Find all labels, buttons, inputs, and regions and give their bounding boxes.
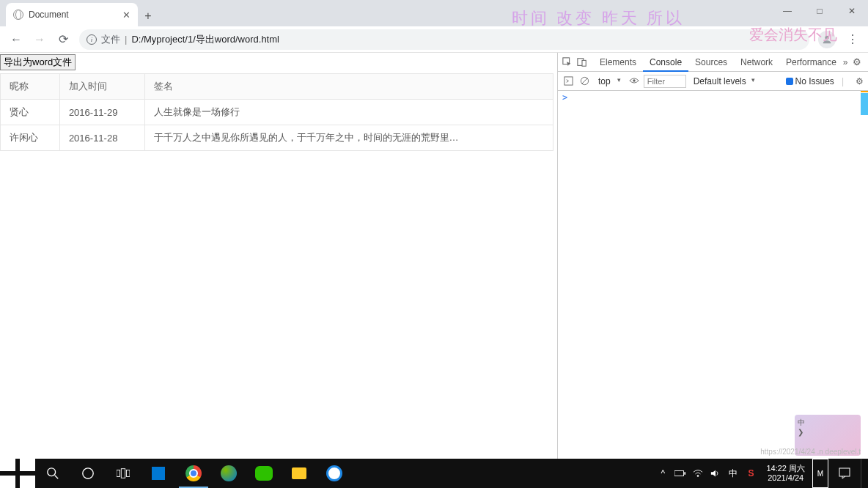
url-path: D:/Myproject/1/导出word/word.html — [131, 33, 279, 46]
tray-battery-icon[interactable] — [672, 459, 688, 488]
svg-rect-18 — [674, 470, 683, 476]
tray-chevron[interactable]: ^ — [655, 459, 671, 488]
folder-icon — [292, 467, 306, 479]
cortana-button[interactable] — [70, 459, 106, 488]
svg-rect-21 — [839, 468, 850, 476]
cell: 2016-11-29 — [59, 100, 144, 125]
tab-elements[interactable]: Elements — [593, 53, 643, 72]
start-button[interactable] — [0, 459, 35, 488]
cell: 2016-11-28 — [59, 125, 144, 151]
windows-icon — [0, 456, 35, 488]
data-table: 昵称 加入时间 签名 贤心 2016-11-29 人生就像是一场修行 许闲心 2… — [0, 73, 553, 151]
console-gutter — [861, 91, 868, 459]
taskview-button[interactable] — [106, 459, 141, 488]
wechat-icon — [255, 466, 273, 481]
issues-button[interactable]: No Issues — [786, 76, 834, 86]
tab-console[interactable]: Console — [643, 53, 688, 72]
back-button[interactable]: ← — [6, 29, 26, 50]
svg-rect-16 — [121, 469, 125, 478]
clear-console-icon[interactable] — [578, 75, 590, 87]
log-levels-dropdown[interactable]: Default levels — [691, 76, 755, 86]
search-button[interactable] — [35, 459, 70, 488]
tab-network[interactable]: Network — [734, 53, 779, 72]
devtools-panel: Elements Console Sources Network Perform… — [557, 53, 868, 459]
cell: 于千万人之中遇见你所遇见的人，于千万年之中，时间的无涯的荒野里… — [144, 125, 553, 151]
svg-rect-10 — [0, 476, 15, 488]
tray-input-icon[interactable]: M — [812, 459, 828, 488]
taskbar: ^ 中 S 14:22 周六 2021/4/24 M — [0, 459, 868, 488]
clock-time: 14:22 — [766, 464, 787, 473]
globe-icon — [13, 10, 23, 20]
cell: 许闲心 — [1, 125, 60, 151]
browser-tab[interactable]: Document ✕ — [6, 3, 138, 26]
tab-performance[interactable]: Performance — [779, 53, 843, 72]
svg-rect-8 — [0, 456, 15, 471]
issues-label: No Issues — [795, 76, 834, 86]
close-tab-icon[interactable]: ✕ — [122, 10, 130, 21]
svg-point-0 — [825, 35, 828, 39]
profile-button[interactable] — [818, 31, 836, 48]
live-expression-icon[interactable] — [629, 76, 639, 86]
browser-menu-button[interactable]: ⋮ — [842, 29, 862, 50]
close-window-button[interactable]: ✕ — [836, 0, 868, 22]
toggle-sidebar-icon[interactable] — [562, 75, 574, 87]
svg-rect-19 — [685, 472, 686, 475]
tray-wifi-icon[interactable] — [690, 459, 706, 488]
taskbar-edge[interactable] — [211, 459, 246, 488]
svg-rect-9 — [20, 456, 35, 471]
svg-line-6 — [581, 78, 586, 84]
console-prompt: > — [562, 92, 567, 103]
minimize-button[interactable]: — — [771, 0, 803, 22]
taskbar-360[interactable] — [317, 459, 352, 488]
cell: 贤心 — [1, 100, 60, 125]
tray-sogou-icon[interactable]: S — [743, 459, 759, 488]
search-icon — [46, 467, 59, 480]
inspect-element-icon[interactable] — [561, 56, 574, 69]
tray-ime[interactable]: 中 — [725, 459, 741, 488]
url-field[interactable]: i 文件 | D:/Myproject/1/导出word/word.html — [79, 29, 809, 50]
url-scheme: 文件 — [101, 33, 120, 46]
edge-icon — [221, 465, 237, 481]
info-icon[interactable]: i — [87, 34, 97, 45]
tab-sources[interactable]: Sources — [688, 53, 734, 72]
issue-icon — [786, 78, 793, 85]
table-row: 许闲心 2016-11-28 于千万人之中遇见你所遇见的人，于千万年之中，时间的… — [1, 125, 553, 151]
taskbar-clock[interactable]: 14:22 周六 2021/4/24 — [760, 464, 811, 483]
svg-point-7 — [633, 79, 636, 82]
watermark-url: https://2021/4/24 .n deeplevel.t — [760, 448, 861, 456]
taskbar-wechat[interactable] — [246, 459, 282, 488]
col-jointime: 加入时间 — [59, 74, 144, 100]
taskbar-app[interactable] — [141, 459, 176, 488]
tray-volume-icon[interactable] — [707, 459, 724, 488]
devtools-tabbar: Elements Console Sources Network Perform… — [558, 53, 868, 72]
devtools-menu-icon[interactable]: ⋮ — [866, 57, 869, 67]
taskbar-explorer[interactable] — [282, 459, 317, 488]
notification-icon — [839, 467, 850, 479]
context-selector[interactable]: top — [595, 75, 625, 87]
tab-bar: Document ✕ + — □ ✕ — [0, 0, 868, 26]
show-desktop-button[interactable] — [861, 459, 865, 488]
maximize-button[interactable]: □ — [803, 0, 836, 22]
console-filter-input[interactable] — [644, 75, 686, 88]
taskbar-chrome[interactable] — [176, 459, 211, 488]
cell: 人生就像是一场修行 — [144, 100, 553, 125]
page-content: 导出为word文件 昵称 加入时间 签名 贤心 2016-11-29 人生就像是… — [0, 53, 557, 459]
devtools-settings-icon[interactable]: ⚙ — [853, 56, 861, 67]
col-signature: 签名 — [144, 74, 553, 100]
url-separator: | — [125, 34, 127, 45]
col-nickname: 昵称 — [1, 74, 60, 100]
export-word-button[interactable]: 导出为word文件 — [0, 54, 76, 70]
new-tab-button[interactable]: + — [138, 6, 158, 26]
svg-point-12 — [48, 468, 56, 476]
notifications-button[interactable] — [830, 467, 859, 479]
device-toggle-icon[interactable] — [575, 56, 589, 69]
chrome-icon — [185, 465, 202, 481]
ime-arrow: ❯ — [798, 428, 858, 436]
svg-rect-3 — [582, 60, 586, 66]
console-settings-icon[interactable]: ⚙ — [856, 76, 864, 86]
forward-button[interactable]: → — [29, 29, 50, 50]
console-output[interactable]: > — [558, 91, 868, 459]
clock-date: 2021/4/24 — [768, 473, 803, 483]
reload-button[interactable]: ⟳ — [53, 29, 73, 50]
more-tabs-button[interactable]: » — [843, 57, 848, 67]
